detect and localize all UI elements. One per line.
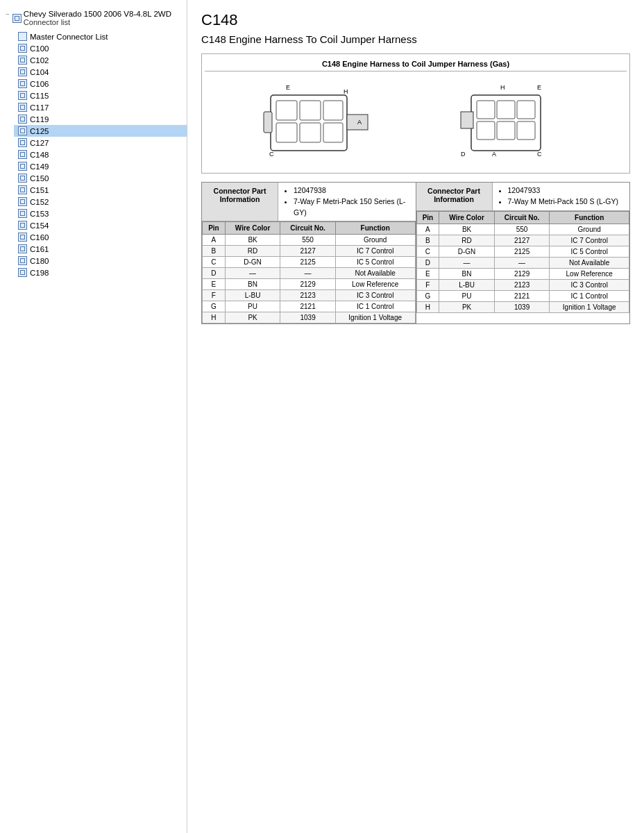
- svg-text:H: H: [344, 88, 348, 95]
- diagram-title: C148 Engine Harness to Coil Jumper Harne…: [205, 57, 627, 71]
- connector-icon: [18, 103, 27, 112]
- svg-rect-17: [497, 101, 515, 119]
- sidebar-item-c152[interactable]: C152: [14, 196, 187, 208]
- left-part-label: Connector Part Information: [202, 183, 278, 221]
- left-pin-table: Pin Wire Color Circuit No. Function ABK5…: [202, 221, 416, 323]
- sidebar-item-c153[interactable]: C153: [14, 208, 187, 219]
- table-row: HPK1039Ignition 1 Voltage: [416, 301, 629, 312]
- table-row: D——Not Available: [416, 257, 629, 268]
- right-cell-circuit_no: —: [494, 257, 550, 268]
- left-cell-function: IC 1 Control: [335, 301, 415, 312]
- sidebar-item-master-connector[interactable]: Master Connector List: [14, 31, 187, 42]
- sidebar-item-c160[interactable]: C160: [14, 231, 187, 243]
- diagram-images: E C H A: [205, 76, 627, 170]
- right-pin-table: Pin Wire Color Circuit No. Function ABK5…: [416, 211, 630, 313]
- sidebar-item-c127[interactable]: C127: [14, 137, 187, 149]
- table-row: ABK550Ground: [203, 235, 416, 246]
- connector-icon: [18, 185, 27, 194]
- sidebar-item-c148[interactable]: C148: [14, 149, 187, 160]
- sidebar-item-label: C180: [30, 257, 49, 265]
- left-cell-wire_color: —: [225, 268, 280, 279]
- right-cell-wire_color: D-GN: [439, 246, 494, 257]
- connector-icon: [18, 209, 27, 218]
- left-th-wire-color: Wire Color: [225, 222, 280, 235]
- left-part-description: 7-Way F Metri-Pack 150 Series (L-GY): [294, 196, 410, 219]
- svg-text:H: H: [500, 84, 505, 91]
- left-cell-wire_color: RD: [225, 246, 280, 257]
- left-cell-function: Not Available: [335, 268, 415, 279]
- root-icon: [12, 14, 22, 23]
- master-icon: [18, 32, 27, 41]
- sidebar-item-label: C161: [30, 245, 49, 253]
- sidebar-item-c154[interactable]: C154: [14, 219, 187, 231]
- connector-icon: [18, 56, 27, 65]
- sidebar-item-c149[interactable]: C149: [14, 160, 187, 172]
- svg-rect-21: [517, 121, 535, 140]
- table-row: BRD2127IC 7 Control: [416, 235, 629, 246]
- sidebar-item-c119[interactable]: C119: [14, 113, 187, 125]
- left-cell-pin: D: [203, 268, 226, 279]
- svg-text:A: A: [492, 151, 496, 158]
- right-cell-wire_color: PK: [439, 301, 494, 312]
- svg-rect-4: [323, 101, 343, 120]
- right-cell-circuit_no: 1039: [494, 301, 550, 312]
- sidebar-item-c125[interactable]: C125: [14, 125, 187, 137]
- sidebar-item-c106[interactable]: C106: [14, 78, 187, 90]
- right-part-info-row: Connector Part Information 12047933 7-Wa…: [416, 183, 630, 211]
- connector-icon: [18, 126, 27, 135]
- sidebar-item-c104[interactable]: C104: [14, 66, 187, 78]
- sidebar-item-label: C119: [30, 115, 49, 124]
- svg-text:E: E: [286, 84, 290, 91]
- right-cell-pin: G: [416, 290, 439, 301]
- svg-rect-3: [300, 101, 321, 120]
- right-part-description: 7-Way M Metri-Pack 150 S (L-GY): [508, 196, 618, 208]
- table-row: GPU2121IC 1 Control: [416, 290, 629, 301]
- left-connector-diagram: E C H A: [250, 81, 396, 165]
- connector-title: C148: [201, 11, 630, 29]
- table-row: BRD2127IC 7 Control: [203, 246, 416, 257]
- sub-label-text: Connector list: [24, 18, 70, 26]
- sidebar-item-label: C160: [30, 233, 49, 242]
- right-th-pin: Pin: [416, 211, 439, 224]
- sidebar-item-c198[interactable]: C198: [14, 267, 187, 278]
- left-cell-circuit_no: 550: [280, 235, 336, 246]
- left-cell-function: IC 5 Control: [335, 257, 415, 268]
- table-row: EBN2129Low Reference: [203, 279, 416, 290]
- left-cell-pin: E: [203, 279, 226, 290]
- left-cell-function: IC 7 Control: [335, 246, 415, 257]
- svg-rect-5: [276, 123, 297, 142]
- table-row: CD-GN2125IC 5 Control: [203, 257, 416, 268]
- svg-rect-8: [264, 112, 272, 133]
- left-cell-function: IC 3 Control: [335, 290, 415, 301]
- left-cell-function: Ground: [335, 235, 415, 246]
- sidebar-item-c100[interactable]: C100: [14, 42, 187, 54]
- right-cell-function: Not Available: [550, 257, 629, 268]
- sidebar-item-c102[interactable]: C102: [14, 54, 187, 66]
- sidebar-item-c115[interactable]: C115: [14, 90, 187, 101]
- left-cell-pin: G: [203, 301, 226, 312]
- table-row: D——Not Available: [203, 268, 416, 279]
- sidebar-item-label: C198: [30, 269, 49, 277]
- sidebar-item-c161[interactable]: C161: [14, 243, 187, 255]
- right-cell-wire_color: RD: [439, 235, 494, 246]
- sidebar-item-c117[interactable]: C117: [14, 101, 187, 113]
- svg-text:C: C: [269, 151, 274, 158]
- left-th-circuit-no: Circuit No.: [280, 222, 336, 235]
- sidebar-item-label: C152: [30, 198, 49, 206]
- expand-icon[interactable]: −: [6, 10, 10, 18]
- right-th-function: Function: [550, 211, 629, 224]
- connector-icon: [18, 79, 27, 88]
- svg-rect-16: [477, 101, 495, 119]
- table-row: ABK550Ground: [416, 224, 629, 235]
- left-cell-circuit_no: 2121: [280, 301, 336, 312]
- table-row: CD-GN2125IC 5 Control: [416, 246, 629, 257]
- table-row: GPU2121IC 1 Control: [203, 301, 416, 312]
- connector-icon: [18, 233, 27, 242]
- left-cell-wire_color: BN: [225, 279, 280, 290]
- right-cell-circuit_no: 2123: [494, 279, 550, 290]
- left-cell-circuit_no: 2129: [280, 279, 336, 290]
- sidebar-item-c180[interactable]: C180: [14, 255, 187, 267]
- sidebar-item-c150[interactable]: C150: [14, 172, 187, 184]
- right-cell-function: IC 5 Control: [550, 246, 629, 257]
- sidebar-item-c151[interactable]: C151: [14, 184, 187, 196]
